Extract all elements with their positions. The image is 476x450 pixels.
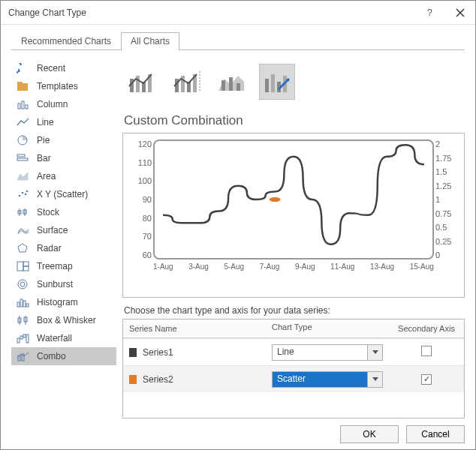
cancel-button[interactable]: Cancel — [406, 425, 465, 443]
series-hint: Choose the chart type and axis for your … — [122, 298, 465, 319]
svg-rect-10 — [17, 154, 25, 157]
chevron-down-icon — [367, 372, 382, 387]
svg-rect-27 — [17, 302, 20, 307]
dialog-title: Change Chart Type — [8, 8, 415, 18]
series2-name: Series2 — [143, 374, 173, 385]
combo-subtype-clustered-column-line-secondary[interactable] — [169, 64, 205, 100]
svg-point-16 — [26, 190, 29, 193]
recent-icon — [16, 62, 31, 74]
sidebar-item-radar[interactable]: Radar — [11, 239, 116, 257]
tab-all-charts[interactable]: All Charts — [121, 32, 179, 50]
sidebar-item-bar[interactable]: Bar — [11, 149, 116, 167]
sidebar-item-label: Waterfall — [37, 333, 72, 344]
series1-swatch — [129, 348, 137, 357]
series1-name: Series1 — [143, 347, 173, 358]
series-row-2: Series2 Scatter — [123, 365, 464, 392]
svg-point-15 — [25, 194, 27, 196]
col-chart-type: Chart Type — [266, 320, 389, 338]
chart-category-sidebar: Recent Templates Column Line Pie Bar Are… — [11, 59, 116, 418]
sidebar-item-label: Bar — [37, 153, 51, 164]
combo-subtype-strip — [122, 59, 465, 110]
histogram-icon — [16, 296, 31, 308]
sidebar-item-surface[interactable]: Surface — [11, 221, 116, 239]
sidebar-item-treemap[interactable]: Treemap — [11, 257, 116, 275]
svg-marker-60 — [372, 350, 378, 354]
pie-icon — [16, 134, 31, 146]
combo-subtype-clustered-column-line[interactable] — [124, 64, 160, 100]
area-icon — [16, 170, 31, 182]
treemap-icon — [16, 260, 31, 272]
sidebar-item-column[interactable]: Column — [11, 95, 116, 113]
svg-marker-21 — [18, 244, 27, 252]
svg-rect-28 — [20, 299, 23, 307]
section-title: Custom Combination — [122, 110, 465, 133]
surface-icon — [16, 224, 31, 236]
svg-rect-7 — [22, 101, 24, 109]
series1-secondary-axis-checkbox[interactable] — [421, 346, 432, 356]
series2-secondary-axis-checkbox[interactable] — [421, 374, 432, 385]
svg-marker-61 — [372, 377, 378, 381]
help-button[interactable]: ? — [415, 1, 445, 25]
svg-rect-37 — [23, 334, 26, 338]
plot-area — [153, 140, 434, 260]
sidebar-item-waterfall[interactable]: Waterfall — [11, 329, 116, 347]
col-series-name: Series Name — [123, 320, 266, 338]
sidebar-item-histogram[interactable]: Histogram — [11, 293, 116, 311]
svg-rect-29 — [23, 301, 26, 307]
combo-icon — [16, 350, 31, 362]
stock-icon — [16, 206, 31, 218]
series2-chart-type-combo[interactable]: Scatter — [272, 371, 383, 388]
combo-subtype-custom[interactable] — [259, 64, 295, 100]
svg-rect-4 — [17, 83, 28, 91]
y-axis-right: 2 1.75 1.5 1.25 1 0.75 0.5 0.25 0 — [435, 140, 456, 260]
sidebar-item-label: Combo — [37, 351, 66, 362]
close-icon — [456, 8, 465, 17]
svg-rect-23 — [23, 262, 29, 266]
sidebar-item-combo[interactable]: Combo — [11, 347, 116, 365]
series-row-1: Series1 Line — [123, 338, 464, 365]
sidebar-item-pie[interactable]: Pie — [11, 131, 116, 149]
sidebar-item-line[interactable]: Line — [11, 113, 116, 131]
tab-recommended-charts[interactable]: Recommended Charts — [11, 32, 121, 50]
sidebar-item-sunburst[interactable]: Sunburst — [11, 275, 116, 293]
box-whisker-icon — [16, 314, 31, 326]
svg-rect-5 — [17, 82, 23, 84]
series1-chart-type-combo[interactable]: Line — [272, 344, 383, 361]
series-table: Series Name Chart Type Secondary Axis Se… — [122, 319, 465, 418]
combo-subtype-stacked-area-column[interactable] — [214, 64, 250, 100]
sidebar-item-area[interactable]: Area — [11, 167, 116, 185]
col-secondary-axis: Secondary Axis — [389, 320, 464, 338]
svg-rect-53 — [236, 83, 240, 91]
series2-swatch — [129, 375, 137, 384]
bar-icon — [16, 152, 31, 164]
sunburst-icon — [16, 278, 31, 290]
line-icon — [16, 116, 31, 128]
svg-marker-12 — [17, 172, 28, 180]
series2-point — [270, 197, 281, 202]
sidebar-item-xy-scatter[interactable]: X Y (Scatter) — [11, 185, 116, 203]
sidebar-item-label: Box & Whisker — [37, 315, 96, 326]
sidebar-item-recent[interactable]: Recent — [11, 59, 116, 77]
sidebar-item-label: Stock — [37, 207, 59, 218]
chevron-down-icon — [367, 345, 382, 360]
svg-rect-54 — [265, 79, 269, 92]
ok-button[interactable]: OK — [340, 425, 399, 443]
svg-point-14 — [22, 192, 24, 194]
sidebar-item-stock[interactable]: Stock — [11, 203, 116, 221]
radar-icon — [16, 242, 31, 254]
help-icon: ? — [426, 8, 435, 17]
sidebar-item-label: Treemap — [37, 261, 73, 272]
svg-rect-38 — [26, 334, 29, 343]
sidebar-item-box-whisker[interactable]: Box & Whisker — [11, 311, 116, 329]
svg-rect-35 — [17, 338, 20, 343]
svg-rect-30 — [26, 304, 29, 307]
svg-rect-51 — [221, 80, 225, 91]
svg-rect-55 — [271, 74, 275, 92]
sidebar-item-label: Templates — [37, 81, 78, 92]
change-chart-type-dialog: Change Chart Type ? Recommended Charts A… — [0, 0, 476, 450]
sidebar-item-label: Column — [37, 99, 68, 110]
sidebar-item-templates[interactable]: Templates — [11, 77, 116, 95]
close-button[interactable] — [445, 1, 475, 25]
svg-text:?: ? — [427, 8, 432, 17]
svg-point-25 — [20, 282, 25, 286]
